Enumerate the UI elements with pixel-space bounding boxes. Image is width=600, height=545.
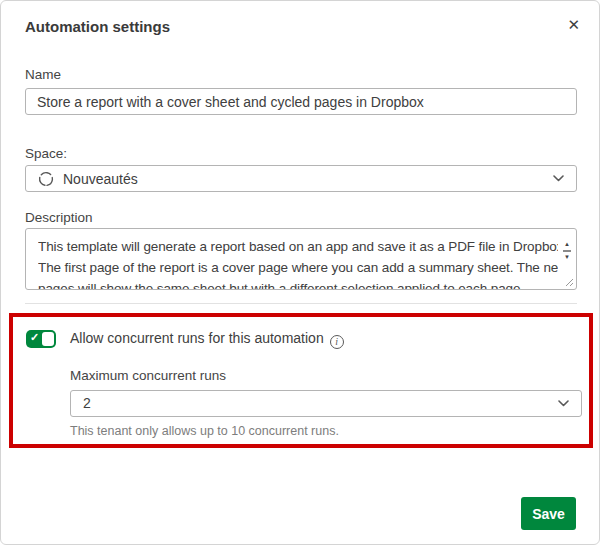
scroll-down-icon[interactable]: ▼ [562, 254, 572, 261]
annotation-highlight: ✓ Allow concurrent runs for this automat… [9, 313, 593, 448]
name-input[interactable] [25, 88, 577, 115]
description-line: The first page of the report is a cover … [38, 257, 558, 278]
description-line: pages will show the same sheet but with … [38, 278, 558, 289]
name-label: Name [25, 67, 61, 82]
textarea-scrollbar[interactable]: ▲ ▼ [562, 241, 572, 261]
automation-settings-dialog: Automation settings ✕ Name Space: Nouvea… [0, 0, 600, 545]
close-icon[interactable]: ✕ [567, 15, 580, 35]
description-label: Description [25, 210, 93, 225]
tenant-limit-helper-text: This tenant only allows up to 10 concurr… [70, 424, 573, 438]
space-label: Space: [25, 146, 67, 161]
chevron-down-icon [558, 400, 569, 407]
info-icon[interactable]: i [330, 335, 344, 349]
toggle-knob [42, 332, 54, 346]
concurrent-runs-toggle[interactable]: ✓ [26, 330, 56, 348]
scroll-thumb[interactable] [563, 250, 571, 252]
description-line: This template will generate a report bas… [38, 236, 558, 257]
space-select[interactable]: Nouveautés [25, 165, 577, 192]
shared-space-icon [38, 171, 54, 187]
max-concurrent-runs-select[interactable]: 2 [70, 390, 582, 417]
resize-grip-icon[interactable] [565, 278, 574, 287]
save-button[interactable]: Save [521, 497, 576, 530]
chevron-down-icon [553, 175, 564, 182]
section-divider [25, 303, 577, 304]
description-textarea[interactable]: This template will generate a report bas… [25, 228, 577, 290]
max-concurrent-runs-label: Maximum concurrent runs [70, 368, 573, 383]
check-icon: ✓ [30, 331, 39, 344]
space-select-value: Nouveautés [63, 171, 138, 187]
dialog-title: Automation settings [25, 18, 170, 35]
description-text: This template will generate a report bas… [26, 229, 558, 289]
max-concurrent-runs-value: 2 [83, 395, 91, 411]
concurrent-runs-toggle-label: Allow concurrent runs for this automatio… [70, 330, 344, 349]
scroll-up-icon[interactable]: ▲ [562, 241, 572, 248]
